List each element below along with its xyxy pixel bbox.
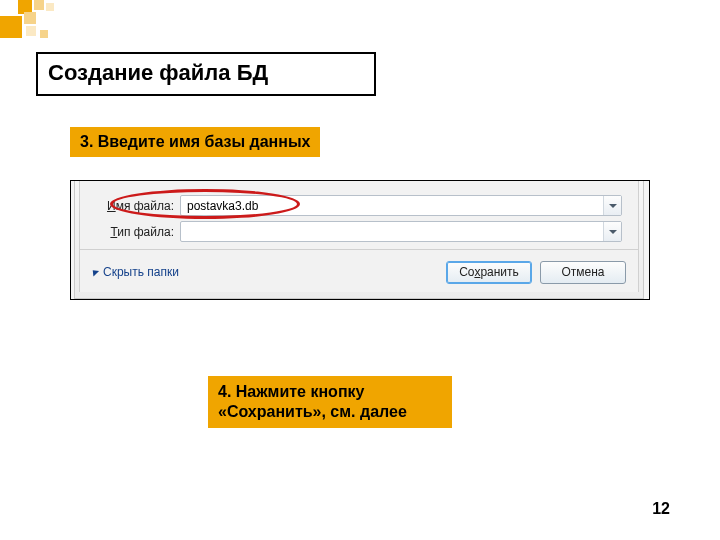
page-number: 12 bbox=[652, 500, 670, 518]
filename-row: Имя файла: postavka3.db bbox=[98, 195, 624, 216]
callout-step-4: 4. Нажмите кнопку «Сохранить», см. далее bbox=[208, 376, 452, 428]
filetype-dropdown-button[interactable] bbox=[603, 222, 621, 241]
filename-label: Имя файла: bbox=[98, 199, 180, 213]
slide-title-text: Создание файла БД bbox=[48, 60, 268, 85]
cancel-button-label: Отмена bbox=[561, 265, 604, 279]
save-dialog-screenshot: Имя файла: postavka3.db Тип файла: bbox=[70, 180, 650, 300]
save-button[interactable]: Сохранить bbox=[446, 261, 532, 284]
slide-title: Создание файла БД bbox=[36, 52, 376, 96]
dialog-bottom-bar: Скрыть папки Сохранить Отмена bbox=[92, 259, 626, 285]
callout-step-3-text: 3. Введите имя базы данных bbox=[80, 133, 310, 150]
hide-folders-label: Скрыть папки bbox=[103, 265, 179, 279]
callout-step-3: 3. Введите имя базы данных bbox=[70, 127, 320, 157]
filename-dropdown-button[interactable] bbox=[603, 196, 621, 215]
decorative-squares bbox=[0, 0, 80, 45]
callout-step-4-text: 4. Нажмите кнопку «Сохранить», см. далее bbox=[218, 383, 407, 420]
filetype-row: Тип файла: bbox=[98, 221, 624, 242]
filetype-input[interactable] bbox=[180, 221, 622, 242]
filename-input[interactable]: postavka3.db bbox=[180, 195, 622, 216]
chevron-icon bbox=[90, 267, 99, 276]
hide-folders-link[interactable]: Скрыть папки bbox=[92, 265, 179, 279]
filename-value: postavka3.db bbox=[187, 199, 258, 213]
cancel-button[interactable]: Отмена bbox=[540, 261, 626, 284]
filetype-label: Тип файла: bbox=[98, 225, 180, 239]
divider bbox=[80, 249, 638, 250]
save-button-label: Сохранить bbox=[459, 265, 519, 279]
